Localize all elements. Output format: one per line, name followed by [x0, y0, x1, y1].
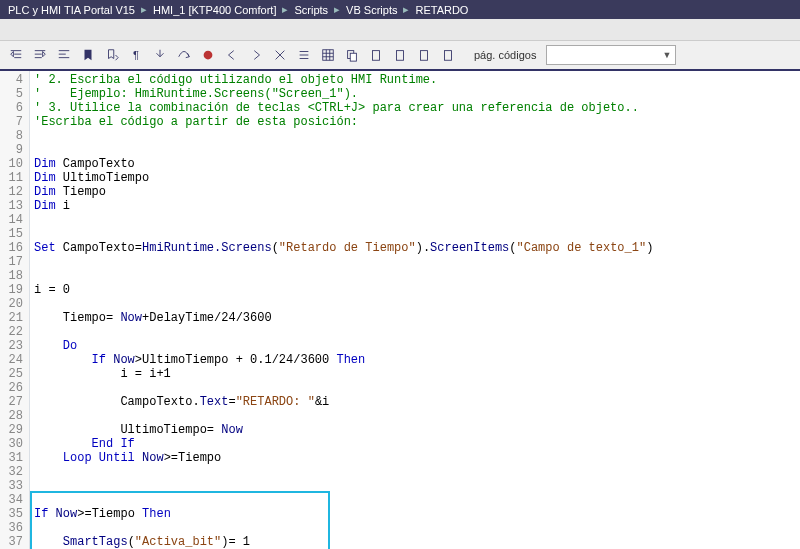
copy-icon[interactable]: [342, 45, 362, 65]
svg-rect-1: [323, 50, 334, 61]
codepage-label: pág. códigos: [474, 49, 536, 61]
next-bp-icon[interactable]: [246, 45, 266, 65]
paste-1-icon[interactable]: [366, 45, 386, 65]
code-line[interactable]: [34, 325, 800, 339]
code-line[interactable]: End If: [34, 437, 800, 451]
breakpoint-icon[interactable]: [198, 45, 218, 65]
chevron-down-icon: ▼: [662, 50, 671, 60]
code-line[interactable]: i = i+1: [34, 367, 800, 381]
breadcrumb: PLC y HMI TIA Portal V15▸HMI_1 [KTP400 C…: [0, 0, 800, 19]
list-icon[interactable]: [294, 45, 314, 65]
code-line[interactable]: [34, 297, 800, 311]
tab-strip: [0, 19, 800, 41]
breadcrumb-item[interactable]: HMI_1 [KTP400 Comfort]: [153, 4, 277, 16]
codepage-dropdown[interactable]: ▼: [546, 45, 676, 65]
svg-rect-4: [373, 51, 380, 61]
code-line[interactable]: Dim UltimoTiempo: [34, 171, 800, 185]
paste-3-icon[interactable]: [414, 45, 434, 65]
svg-point-0: [204, 51, 213, 60]
code-line[interactable]: SmartTags("Activa_bit")= 1: [34, 535, 800, 549]
code-line[interactable]: [34, 381, 800, 395]
breadcrumb-item[interactable]: Scripts: [294, 4, 328, 16]
code-line[interactable]: Dim Tiempo: [34, 185, 800, 199]
code-line[interactable]: Dim CampoTexto: [34, 157, 800, 171]
code-line[interactable]: [34, 129, 800, 143]
code-line[interactable]: i = 0: [34, 283, 800, 297]
code-line[interactable]: Do: [34, 339, 800, 353]
code-line[interactable]: Loop Until Now>=Tiempo: [34, 451, 800, 465]
pipe-icon[interactable]: ¶: [126, 45, 146, 65]
code-line[interactable]: [34, 213, 800, 227]
editor-toolbar: ¶ pág. códigos ▼: [0, 41, 800, 71]
code-line[interactable]: UltimoTiempo= Now: [34, 423, 800, 437]
outdent-icon[interactable]: [6, 45, 26, 65]
breadcrumb-item[interactable]: RETARDO: [415, 4, 468, 16]
paste-4-icon[interactable]: [438, 45, 458, 65]
code-line[interactable]: CampoTexto.Text="RETARDO: "&i: [34, 395, 800, 409]
code-line[interactable]: If Now>=Tiempo Then: [34, 507, 800, 521]
svg-rect-3: [350, 53, 356, 61]
code-line[interactable]: [34, 255, 800, 269]
prev-bp-icon[interactable]: [222, 45, 242, 65]
align-left-icon[interactable]: [54, 45, 74, 65]
breadcrumb-item[interactable]: PLC y HMI TIA Portal V15: [8, 4, 135, 16]
code-line[interactable]: [34, 143, 800, 157]
code-line[interactable]: [34, 409, 800, 423]
code-line[interactable]: If Now>UltimoTiempo + 0.1/24/3600 Then: [34, 353, 800, 367]
code-line[interactable]: ' 3. Utilice la combinación de teclas <C…: [34, 101, 800, 115]
breadcrumb-item[interactable]: VB Scripts: [346, 4, 397, 16]
next-bookmark-icon[interactable]: [102, 45, 122, 65]
bookmark-icon[interactable]: [78, 45, 98, 65]
line-number-gutter: 4567891011121314151617181920212223242526…: [0, 71, 30, 549]
code-line[interactable]: [34, 269, 800, 283]
code-line[interactable]: 'Escriba el código a partir de esta posi…: [34, 115, 800, 129]
code-line[interactable]: [34, 521, 800, 535]
step-over-icon[interactable]: [174, 45, 194, 65]
grid-icon[interactable]: [318, 45, 338, 65]
code-line[interactable]: [34, 227, 800, 241]
code-line[interactable]: Set CampoTexto=HmiRuntime.Screens("Retar…: [34, 241, 800, 255]
paste-2-icon[interactable]: [390, 45, 410, 65]
svg-rect-7: [445, 51, 452, 61]
code-line[interactable]: [34, 465, 800, 479]
step-into-icon[interactable]: [150, 45, 170, 65]
code-lines[interactable]: ' 2. Escriba el código utilizando el obj…: [30, 71, 800, 549]
code-line[interactable]: Tiempo= Now+DelayTime/24/3600: [34, 311, 800, 325]
clear-bp-icon[interactable]: [270, 45, 290, 65]
svg-rect-5: [397, 51, 404, 61]
code-line[interactable]: Dim i: [34, 199, 800, 213]
code-editor[interactable]: 4567891011121314151617181920212223242526…: [0, 71, 800, 549]
code-line[interactable]: ' 2. Escriba el código utilizando el obj…: [34, 73, 800, 87]
svg-rect-6: [421, 51, 428, 61]
indent-icon[interactable]: [30, 45, 50, 65]
code-line[interactable]: [34, 493, 800, 507]
code-line[interactable]: ' Ejemplo: HmiRuntime.Screens("Screen_1"…: [34, 87, 800, 101]
code-line[interactable]: [34, 479, 800, 493]
